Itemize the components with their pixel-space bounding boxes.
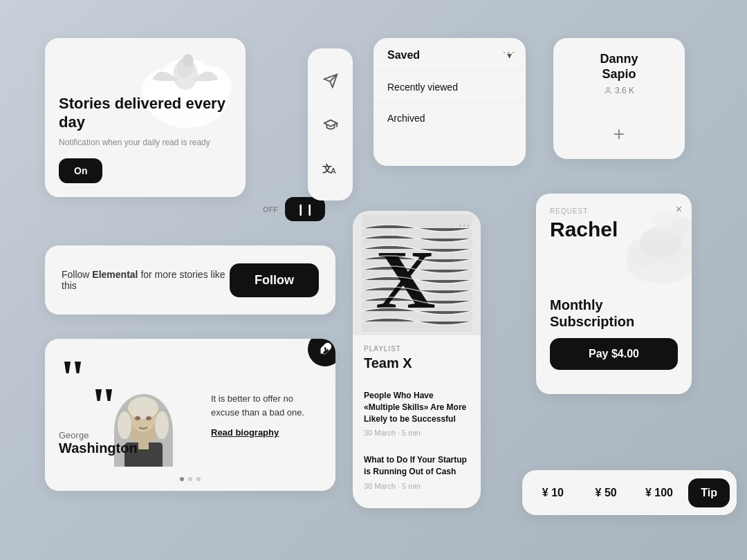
stories-subtitle: Notification when your daily read is rea…: [59, 137, 232, 149]
article-2-meta: 30 March · 5 min: [364, 482, 470, 490]
george-lastname: Washington: [59, 440, 138, 456]
read-biography-link[interactable]: Read biography: [211, 427, 322, 438]
stories-content: Stories delivered every day Notification…: [59, 95, 232, 183]
follow-button[interactable]: Follow: [230, 263, 319, 297]
follow-card: Follow Elemental for more stories like t…: [45, 245, 335, 315]
follow-prefix: Follow: [62, 269, 92, 280]
off-label: OFF: [263, 205, 278, 214]
playlist-article-2[interactable]: What to Do If Your Startup is Running Ou…: [353, 445, 481, 498]
pause-button[interactable]: ❙❙: [285, 197, 325, 221]
playlist-label: PLAYLIST: [353, 345, 481, 353]
playlist-cover: X ···: [353, 211, 481, 335]
follow-text: Follow Elemental for more stories like t…: [62, 269, 230, 291]
translate-icon[interactable]: 文 A: [318, 156, 343, 180]
george-name: George Washington: [59, 430, 138, 456]
george-firstname: George: [59, 430, 138, 440]
stories-title: Stories delivered every day: [59, 95, 232, 131]
george-card: " " George Washington It is better to of…: [45, 339, 335, 491]
svg-rect-15: [138, 439, 149, 449]
pause-row: OFF ❙❙: [263, 197, 325, 221]
pay-button[interactable]: Pay $4.00: [550, 338, 678, 370]
svg-point-12: [135, 416, 140, 420]
svg-text:A: A: [331, 167, 336, 175]
tip-amount-10[interactable]: ¥ 10: [529, 483, 577, 503]
svg-point-13: [146, 416, 151, 420]
stories-on-button[interactable]: On: [59, 158, 102, 183]
saved-title: Saved: [387, 49, 420, 62]
george-text-content: It is better to offer no excuse than a b…: [211, 360, 322, 470]
tip-amount-50[interactable]: ¥ 50: [582, 483, 630, 503]
playlist-article-1[interactable]: People Who Have «Multiple Skills» Are Mo…: [353, 381, 481, 445]
quote-open-icon: ": [59, 353, 86, 402]
rachel-card: × REQUEST Rachel MonthlySubscription Pay…: [536, 194, 692, 394]
article-1-title: People Who Have «Multiple Skills» Are Mo…: [364, 390, 470, 424]
tip-amount-100[interactable]: ¥ 100: [636, 483, 683, 503]
article-2-title: What to Do If Your Startup is Running Ou…: [364, 454, 470, 478]
follow-brand: Elemental: [92, 269, 138, 280]
playlist-more-dots[interactable]: ···: [459, 219, 471, 230]
playlist-title: Team X: [353, 353, 481, 381]
quote-close-icon: ": [90, 380, 118, 430]
svg-point-20: [607, 88, 609, 91]
dot-1: [180, 477, 184, 481]
playlist-card: X ··· PLAYLIST Team X People Who Have «M…: [353, 211, 481, 508]
person-icon: [604, 86, 612, 95]
danny-follow-plus[interactable]: +: [614, 123, 625, 145]
archived-item[interactable]: Archived: [374, 103, 526, 133]
george-quote: It is better to offer no excuse than a b…: [211, 392, 322, 419]
dot-3: [196, 477, 201, 481]
svg-point-6: [183, 54, 194, 68]
danny-follower-count: 3.6 K: [615, 86, 634, 95]
sidebar-card: 文 A: [308, 48, 353, 200]
saved-more-dots[interactable]: ···: [503, 46, 516, 59]
rachel-cloud-decoration: [619, 200, 692, 286]
stories-card: Stories delivered every day Notification…: [45, 38, 246, 197]
george-dots: [180, 477, 201, 481]
danny-followers: 3.6 K: [604, 86, 634, 95]
danny-name: DannySapio: [600, 52, 638, 82]
dot-2: [188, 477, 192, 481]
graduation-cap-icon[interactable]: [318, 112, 343, 137]
recently-viewed-item[interactable]: Recently viewed: [374, 72, 526, 103]
tip-button[interactable]: Tip: [688, 478, 730, 507]
pause-icon: ❙❙: [296, 203, 314, 216]
tip-card: ¥ 10 ¥ 50 ¥ 100 Tip: [522, 470, 737, 515]
svg-point-9: [128, 397, 158, 419]
svg-point-11: [155, 411, 169, 439]
saved-card: ··· Saved ▾ Recently viewed Archived: [374, 38, 526, 166]
danny-card: DannySapio 3.6 K +: [553, 38, 685, 159]
send-icon[interactable]: [318, 68, 343, 93]
article-1-meta: 30 March · 5 min: [364, 429, 470, 437]
